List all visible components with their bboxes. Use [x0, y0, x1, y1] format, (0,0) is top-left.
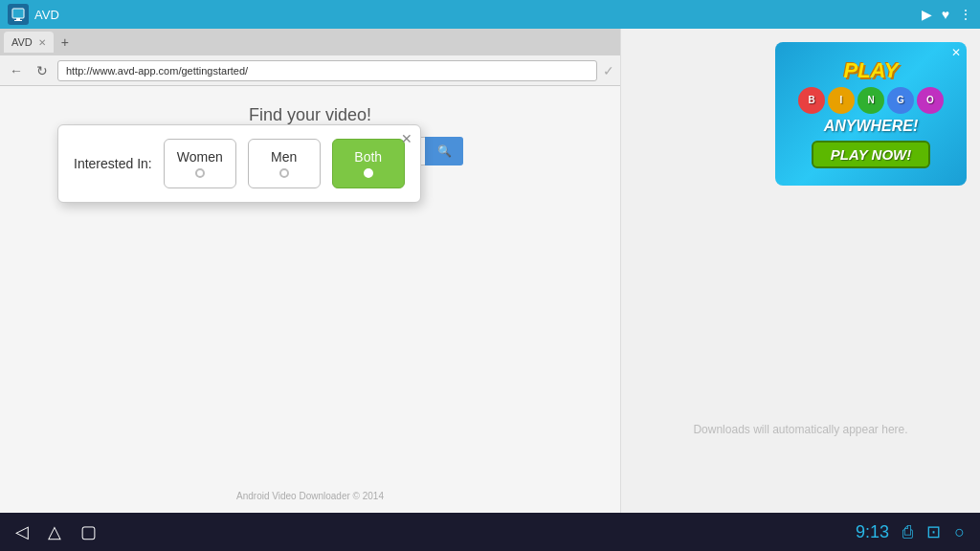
downloads-text: Downloads will automatically appear here…: [693, 423, 907, 436]
svg-rect-2: [14, 20, 22, 21]
play-icon[interactable]: ▶: [922, 7, 932, 22]
bottom-bar: ◁ △ ▢ 9:13 ⎙ ⊡ ○: [0, 513, 980, 551]
bottombar-left: ◁ △ ▢: [15, 521, 97, 542]
bingo-ad[interactable]: ✕ PLAY B I N G O ANYWHERE! PLAY NOW!: [775, 42, 967, 186]
url-input[interactable]: [57, 60, 597, 81]
men-radio: [279, 168, 289, 178]
home-nav-icon[interactable]: △: [48, 521, 61, 542]
bingo-ball-b: B: [798, 87, 825, 114]
share-icon[interactable]: ⎙: [902, 522, 913, 542]
bingo-logo: B I N G O: [798, 87, 944, 114]
bingo-anywhere-text: ANYWHERE!: [824, 118, 919, 135]
bingo-ad-close-icon[interactable]: ✕: [951, 46, 961, 59]
topbar-left: AVD: [8, 4, 59, 25]
back-button[interactable]: ←: [6, 61, 27, 80]
women-button[interactable]: Women: [164, 139, 236, 188]
svg-rect-1: [16, 18, 20, 20]
women-radio: [195, 168, 205, 178]
tab-label: AVD: [11, 36, 33, 48]
tab-bar: AVD ✕ +: [0, 29, 620, 55]
tab-add-button[interactable]: +: [57, 34, 73, 50]
top-bar: AVD ▶ ♥ ⋮: [0, 0, 980, 29]
heart-icon[interactable]: ♥: [942, 7, 949, 22]
interested-popup: Interested In: Women Men Both ✕: [57, 124, 421, 203]
bottombar-right: 9:13 ⎙ ⊡ ○: [856, 521, 965, 542]
both-radio: [364, 168, 373, 178]
check-icon: ✓: [603, 63, 614, 78]
bingo-ball-g: G: [887, 87, 914, 114]
search-button[interactable]: 🔍: [425, 137, 463, 165]
more-icon[interactable]: ⋮: [959, 7, 972, 22]
tab-close-icon[interactable]: ✕: [38, 37, 46, 48]
topbar-right: ▶ ♥ ⋮: [922, 7, 972, 22]
left-panel: AVD ✕ + ← ↻ ✓ Find your video! 🔍 Or try …: [0, 29, 620, 513]
topbar-title: AVD: [34, 8, 59, 22]
clock: 9:13: [856, 522, 889, 542]
address-bar: ← ↻ ✓: [0, 55, 620, 86]
interested-label: Interested In:: [74, 156, 152, 171]
both-button[interactable]: Both: [332, 139, 405, 188]
men-button[interactable]: Men: [248, 139, 321, 188]
settings-icon[interactable]: ○: [954, 522, 965, 542]
svg-rect-0: [12, 9, 24, 18]
bingo-play-now-text[interactable]: PLAY NOW!: [812, 141, 930, 168]
recents-nav-icon[interactable]: ▢: [80, 521, 97, 542]
find-video-title: Find your video!: [249, 105, 371, 125]
avd-logo-icon: [8, 4, 29, 25]
refresh-button[interactable]: ↻: [33, 61, 52, 80]
right-panel: ✕ PLAY B I N G O ANYWHERE! PLAY NOW! Dow…: [620, 29, 980, 513]
browser-content: Find your video! 🔍 Or try a random one! …: [0, 86, 620, 513]
bingo-play-text: PLAY: [843, 59, 898, 82]
men-label: Men: [271, 149, 297, 165]
bingo-ball-n: N: [858, 87, 884, 114]
screen-icon[interactable]: ⊡: [926, 521, 941, 542]
women-label: Women: [177, 149, 223, 165]
both-label: Both: [354, 149, 382, 165]
popup-close-button[interactable]: ✕: [401, 131, 412, 146]
footer-text: Android Video Downloader © 2014: [236, 491, 384, 501]
back-nav-icon[interactable]: ◁: [15, 521, 29, 542]
main-layout: AVD ✕ + ← ↻ ✓ Find your video! 🔍 Or try …: [0, 29, 980, 513]
bingo-ball-o: O: [917, 87, 944, 114]
bingo-ball-i: I: [828, 87, 855, 114]
search-icon: 🔍: [437, 144, 452, 158]
browser-tab[interactable]: AVD ✕: [4, 32, 54, 53]
